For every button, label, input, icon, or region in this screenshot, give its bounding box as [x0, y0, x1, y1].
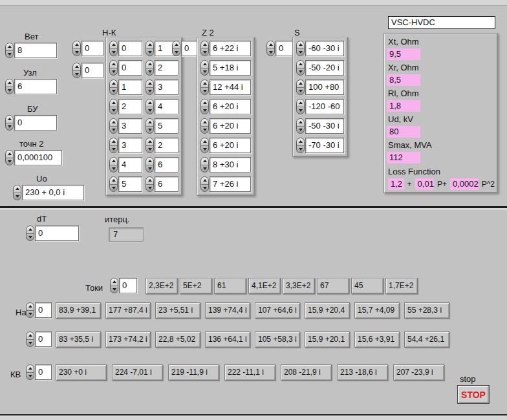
hk-k-field[interactable]: 2 — [155, 60, 178, 76]
z2-value-field[interactable]: 6 +20 i — [210, 99, 251, 114]
spinner-icon[interactable] — [72, 41, 81, 56]
hk-index-field-2[interactable]: 0 — [81, 63, 103, 78]
hk-h-field[interactable]: 2 — [118, 99, 142, 114]
spinner-icon[interactable] — [296, 79, 305, 95]
toki-index-field[interactable]: 0 — [119, 278, 137, 293]
spinner-icon[interactable] — [109, 176, 118, 192]
s-value-field[interactable]: -50 -30 i — [305, 118, 344, 134]
loss-b-field[interactable]: 0,01 — [415, 178, 434, 190]
spinner-icon[interactable] — [26, 331, 34, 347]
spinner-icon[interactable] — [200, 41, 209, 56]
spinner-icon[interactable] — [109, 118, 118, 134]
z2-value-field[interactable]: 12 +44 i — [210, 79, 251, 95]
s-value-field[interactable]: -60 -30 i — [305, 41, 344, 56]
spinner-icon[interactable] — [110, 278, 118, 293]
z2-value-field[interactable]: 5 +18 i — [210, 60, 251, 76]
hk-k-field[interactable]: 3 — [155, 79, 178, 95]
nach2-array: 83 +35,5 i 173 +74,2 i 22,8 +5,02 136 +6… — [56, 331, 449, 348]
spinner-icon[interactable] — [200, 99, 209, 114]
s-value-field[interactable]: -120 -60 — [305, 99, 344, 114]
spinner-icon[interactable] — [26, 226, 34, 241]
spinner-icon[interactable] — [13, 185, 21, 200]
bu-field[interactable]: 0 — [14, 115, 57, 131]
hk-h-field[interactable]: 4 — [118, 157, 142, 173]
vsc-param-field[interactable]: 80 — [387, 126, 420, 138]
hk-h-field[interactable]: 5 — [118, 176, 142, 192]
spinner-icon[interactable] — [146, 60, 154, 76]
nach2-index-field[interactable]: 0 — [35, 331, 52, 347]
spinner-icon[interactable] — [72, 63, 81, 78]
spinner-icon[interactable] — [200, 157, 209, 173]
dt-field[interactable]: 0 — [35, 226, 79, 241]
hk-index-field-1[interactable]: 0 — [81, 41, 103, 56]
spinner-icon[interactable] — [26, 364, 34, 380]
tochn2-field[interactable]: 0,000100 — [14, 150, 62, 165]
spinner-icon[interactable] — [200, 60, 209, 76]
z2-value-field[interactable]: 6 +22 i — [210, 41, 251, 56]
s-value-field[interactable]: -70 -30 i — [305, 138, 344, 153]
s-value-field[interactable]: 100 +80 — [305, 79, 344, 95]
spinner-icon[interactable] — [296, 118, 305, 134]
kv-indicator-cell: 207 -23,9 i — [393, 364, 444, 381]
s-value-field[interactable]: -50 -20 i — [305, 60, 344, 76]
z2-value-field[interactable]: 6 +20 i — [210, 138, 251, 153]
spinner-icon[interactable] — [200, 118, 209, 134]
spinner-icon[interactable] — [109, 60, 118, 76]
spinner-icon[interactable] — [296, 138, 305, 153]
spinner-icon[interactable] — [266, 41, 275, 56]
vsc-param-field[interactable]: 112 — [387, 152, 420, 163]
hk-k-field[interactable]: 6 — [155, 176, 178, 192]
z2-value-field[interactable]: 8 +30 i — [210, 157, 251, 173]
nach-index-control: 0 — [26, 302, 52, 318]
uzl-field[interactable]: 6 — [14, 79, 57, 94]
spinner-icon[interactable] — [109, 99, 118, 114]
spinner-icon[interactable] — [200, 79, 209, 95]
hk-k-field[interactable]: 5 — [155, 118, 178, 134]
spinner-icon[interactable] — [146, 79, 154, 95]
spinner-icon[interactable] — [146, 118, 154, 134]
spinner-icon[interactable] — [146, 99, 154, 114]
stop-button[interactable]: STOP — [458, 386, 489, 403]
z2-value-field[interactable]: 6 +20 i — [210, 118, 251, 134]
spinner-icon[interactable] — [296, 41, 305, 56]
hk-k-field[interactable]: 2 — [155, 138, 178, 153]
hk-h-field[interactable]: 0 — [118, 60, 142, 76]
vsc-param-field[interactable]: 1,8 — [387, 100, 420, 112]
spinner-icon[interactable] — [146, 157, 154, 173]
spinner-icon[interactable] — [146, 138, 154, 153]
hk-h-field[interactable]: 3 — [118, 138, 142, 153]
uo-field[interactable]: 230 + 0,0 i — [22, 185, 84, 200]
nach2-indicator-cell: 54,4 +26,1 — [404, 331, 449, 348]
vsc-hvdc-title-field[interactable]: VSC-HVDC — [388, 16, 495, 29]
spinner-icon[interactable] — [109, 157, 118, 173]
spinner-icon[interactable] — [5, 115, 14, 131]
spinner-icon[interactable] — [109, 79, 118, 95]
spinner-icon[interactable] — [146, 176, 154, 192]
spinner-icon[interactable] — [200, 138, 209, 153]
hk-h-field[interactable]: 1 — [118, 79, 142, 95]
spinner-icon[interactable] — [109, 41, 118, 56]
spinner-icon[interactable] — [109, 138, 118, 153]
hk-h-field[interactable]: 3 — [118, 118, 142, 134]
hk-k-field[interactable]: 6 — [155, 157, 178, 173]
spinner-icon[interactable] — [146, 41, 154, 56]
spinner-icon[interactable] — [172, 41, 180, 56]
loss-c-field[interactable]: 0,0002 — [450, 178, 479, 190]
vsc-param-label: Xr, Ohm — [388, 63, 495, 72]
loss-a-field[interactable]: 1,2 — [388, 178, 404, 190]
z2-value-field[interactable]: 7 +26 i — [210, 176, 251, 192]
vet-field[interactable]: 8 — [14, 43, 57, 58]
spinner-icon[interactable] — [296, 99, 305, 114]
hk-k-field[interactable]: 4 — [155, 99, 178, 114]
spinner-icon[interactable] — [5, 43, 14, 58]
vsc-param-field[interactable]: 9,5 — [387, 48, 420, 60]
hk-h-field[interactable]: 0 — [118, 41, 142, 56]
spinner-icon[interactable] — [5, 79, 14, 94]
kv-index-field[interactable]: 0 — [35, 364, 52, 380]
vsc-param-field[interactable]: 8,5 — [387, 74, 420, 86]
spinner-icon[interactable] — [26, 302, 34, 318]
spinner-icon[interactable] — [200, 176, 209, 192]
spinner-icon[interactable] — [296, 60, 305, 76]
spinner-icon[interactable] — [5, 150, 14, 165]
nach-index-field[interactable]: 0 — [35, 302, 52, 318]
